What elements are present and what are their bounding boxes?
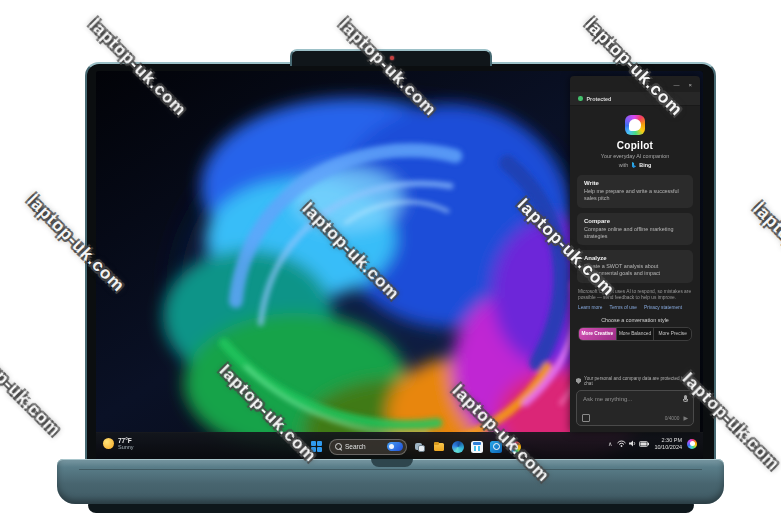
- suggestion-card-compare[interactable]: Compare Compare online and offline marke…: [577, 213, 693, 246]
- with-label: with: [619, 162, 629, 168]
- close-icon[interactable]: ×: [688, 82, 692, 88]
- bing-label: Bing: [639, 162, 651, 168]
- conversation-style-toggle: More Creative More Balanced More Precise: [578, 327, 692, 341]
- search-icon: [335, 443, 342, 450]
- card-description: Compare online and offline marketing str…: [584, 226, 686, 241]
- outlook-icon[interactable]: [490, 441, 502, 453]
- product-image: 77°F Sunny Search: [0, 0, 781, 517]
- char-counter: 0/4000: [665, 416, 680, 421]
- chevron-up-icon[interactable]: ∧: [608, 441, 612, 447]
- card-description: Create a SWOT analysis about environment…: [584, 263, 686, 278]
- weather-temp: 77°F: [118, 437, 134, 444]
- weather-widget[interactable]: 77°F Sunny: [103, 437, 134, 451]
- suggestion-card-analyze[interactable]: Analyze Create a SWOT analysis about env…: [577, 250, 693, 283]
- search-input[interactable]: Search: [329, 439, 407, 455]
- weather-condition: Sunny: [118, 444, 134, 450]
- lid-lip-notch: [371, 459, 413, 467]
- protected-icon: [578, 96, 583, 101]
- with-bing-row: with Bing: [570, 162, 700, 168]
- protected-banner: Protected: [570, 92, 700, 106]
- conversation-style-heading: Choose a conversation style: [570, 317, 700, 323]
- watermark: laptop-uk.com: [0, 335, 64, 440]
- card-title: Write: [584, 180, 686, 186]
- volume-icon: [629, 440, 636, 447]
- suggestion-cards: Write Help me prepare and write a succes…: [577, 175, 693, 283]
- card-title: Compare: [584, 218, 686, 224]
- search-label: Search: [345, 443, 384, 450]
- copilot-tray-icon[interactable]: [687, 439, 697, 449]
- tray-time: 2:30 PM: [654, 437, 682, 444]
- task-view-icon[interactable]: [414, 441, 426, 453]
- data-protection-note: Your personal and company data are prote…: [570, 376, 700, 386]
- clock[interactable]: 2:30 PM 10/10/2024: [654, 437, 682, 450]
- system-tray: ∧: [608, 437, 697, 450]
- minimize-icon[interactable]: —: [673, 82, 679, 88]
- store-icon[interactable]: [471, 441, 483, 453]
- style-more-balanced[interactable]: More Balanced: [616, 328, 654, 340]
- chat-input[interactable]: Ask me anything... 0/4000 ▶: [576, 390, 694, 426]
- battery-icon: [639, 441, 649, 447]
- copilot-app-icon[interactable]: [509, 441, 521, 453]
- style-more-precise[interactable]: More Precise: [653, 328, 691, 340]
- privacy-statement-link[interactable]: Privacy statement: [644, 305, 682, 310]
- legal-links: Learn more Terms of use Privacy statemen…: [570, 305, 700, 310]
- webcam-led: [390, 56, 394, 60]
- style-more-creative[interactable]: More Creative: [579, 328, 616, 340]
- ai-disclaimer: Microsoft Copilot uses AI to respond, so…: [570, 289, 700, 302]
- tray-status-icons[interactable]: [617, 440, 649, 447]
- screenshot-icon[interactable]: [582, 414, 590, 422]
- send-icon[interactable]: ▶: [683, 415, 688, 421]
- shield-icon: [576, 378, 581, 384]
- bing-search-pill-icon: [387, 442, 403, 451]
- tray-date: 10/10/2024: [654, 444, 682, 451]
- copilot-logo-icon: [625, 115, 645, 135]
- suggestion-card-write[interactable]: Write Help me prepare and write a succes…: [577, 175, 693, 208]
- webcam-bar: [290, 49, 492, 66]
- learn-more-link[interactable]: Learn more: [578, 305, 603, 310]
- start-button[interactable]: [311, 441, 322, 452]
- terms-of-use-link[interactable]: Terms of use: [610, 305, 637, 310]
- sidebar-titlebar: — ×: [570, 76, 700, 90]
- watermark: laptop-uk.com: [749, 199, 781, 304]
- protected-label: Protected: [587, 96, 612, 102]
- sun-icon: [103, 438, 114, 449]
- laptop-foot: [88, 503, 694, 513]
- chat-input-placeholder: Ask me anything...: [583, 396, 632, 402]
- copilot-sidebar: — × Protected Copilot Your everyday AI c…: [570, 76, 700, 432]
- edge-icon[interactable]: [452, 441, 464, 453]
- laptop-screen: 77°F Sunny Search: [96, 71, 703, 459]
- wifi-icon: [617, 440, 626, 447]
- bing-icon: [631, 162, 636, 168]
- data-protection-text: Your personal and company data are prote…: [584, 376, 694, 386]
- laptop-lid: 77°F Sunny Search: [85, 62, 716, 470]
- taskbar: 77°F Sunny Search: [96, 432, 703, 459]
- copilot-title: Copilot: [570, 140, 700, 151]
- card-title: Analyze: [584, 255, 686, 261]
- microphone-icon[interactable]: [683, 395, 688, 403]
- card-description: Help me prepare and write a successful s…: [584, 188, 686, 203]
- file-explorer-icon[interactable]: [433, 441, 445, 453]
- copilot-subtitle: Your everyday AI companion: [570, 153, 700, 159]
